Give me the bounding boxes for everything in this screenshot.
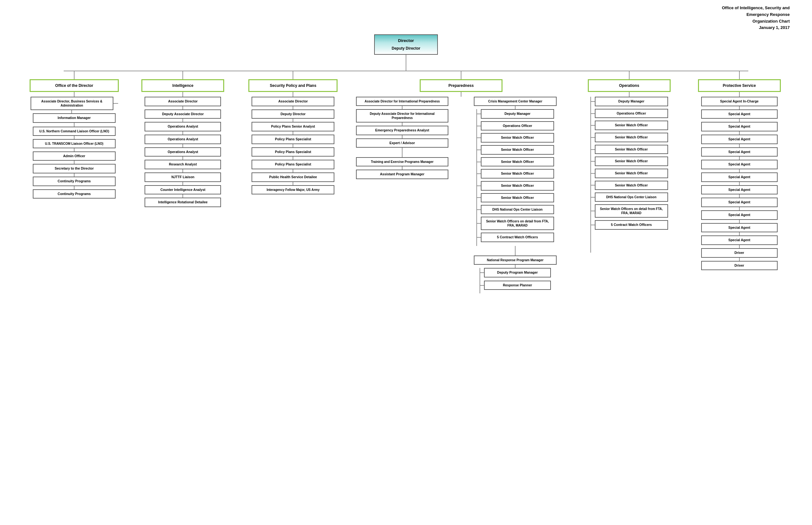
- director-box: Director Deputy Director: [374, 34, 438, 55]
- col-office: Office of the Director Associate Directo…: [19, 71, 129, 198]
- header-office: Office of the Director: [30, 79, 119, 92]
- header-operations: Operations: [588, 79, 671, 92]
- header-preparedness: Preparedness: [420, 79, 503, 92]
- col-preparedness: Preparedness Associate Director for Inte…: [350, 71, 572, 294]
- office-item-0: Associate Director, Business Services & …: [31, 97, 118, 110]
- page-title: Office of Intelligence, Security and Eme…: [10, 0, 802, 31]
- header-security: Security Policy and Plans: [248, 79, 337, 92]
- col-protective: Protective Service Special Agent In-Char…: [685, 71, 793, 270]
- col-security: Security Policy and Plans Associate Dire…: [236, 71, 350, 194]
- col-intelligence: Intelligence Associate Director Deputy A…: [129, 71, 236, 207]
- header-protective: Protective Service: [698, 79, 781, 92]
- header-intelligence: Intelligence: [141, 79, 224, 92]
- col-operations: Operations Deputy Manager Operations Off…: [572, 71, 685, 253]
- director-v-line: [406, 55, 406, 71]
